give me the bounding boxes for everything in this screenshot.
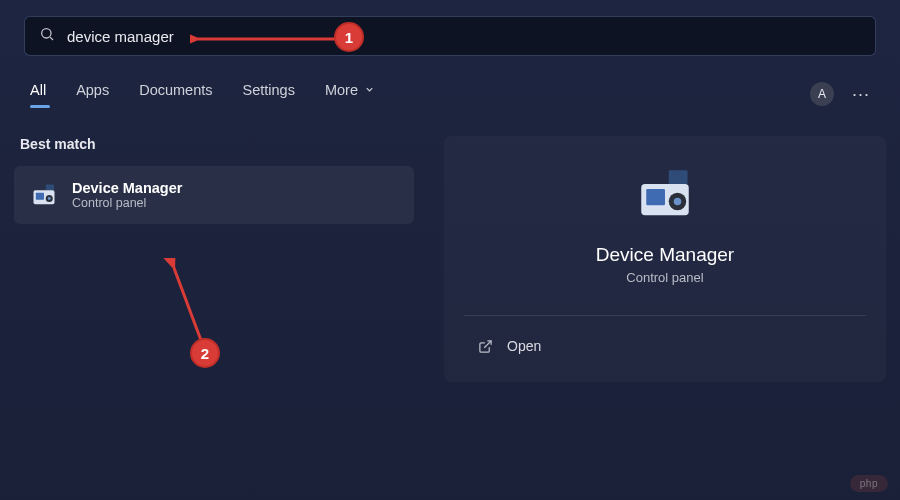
svg-point-11 — [674, 198, 682, 206]
result-subtitle: Control panel — [72, 196, 182, 210]
svg-line-1 — [50, 37, 53, 40]
divider — [464, 315, 866, 316]
search-bar[interactable] — [24, 16, 876, 56]
watermark: php — [850, 475, 888, 492]
detail-panel: Device Manager Control panel Open — [444, 136, 886, 382]
chevron-down-icon — [364, 82, 375, 98]
tab-apps[interactable]: Apps — [76, 82, 109, 106]
open-action[interactable]: Open — [464, 330, 866, 362]
device-manager-icon — [30, 181, 58, 209]
device-manager-icon — [635, 164, 695, 224]
result-device-manager[interactable]: Device Manager Control panel — [14, 166, 414, 224]
detail-subtitle: Control panel — [626, 270, 703, 285]
detail-title: Device Manager — [596, 244, 734, 266]
svg-point-6 — [48, 197, 51, 200]
avatar-initial: A — [818, 87, 826, 101]
tab-documents[interactable]: Documents — [139, 82, 212, 106]
svg-rect-7 — [669, 170, 688, 184]
result-title: Device Manager — [72, 180, 182, 196]
tab-all[interactable]: All — [30, 82, 46, 106]
open-icon — [478, 339, 493, 354]
svg-point-0 — [42, 29, 51, 38]
tab-settings[interactable]: Settings — [243, 82, 295, 106]
tab-more-label: More — [325, 82, 358, 98]
search-input[interactable] — [67, 28, 861, 45]
open-label: Open — [507, 338, 541, 354]
more-options-button[interactable]: ··· — [852, 84, 870, 105]
svg-rect-9 — [646, 189, 665, 205]
svg-rect-2 — [46, 185, 54, 191]
tab-more[interactable]: More — [325, 82, 375, 106]
filter-tabs: All Apps Documents Settings More A ··· — [30, 82, 870, 106]
search-icon — [39, 26, 55, 46]
user-avatar[interactable]: A — [810, 82, 834, 106]
svg-line-12 — [484, 340, 491, 347]
svg-rect-4 — [36, 193, 44, 200]
best-match-label: Best match — [20, 136, 414, 152]
